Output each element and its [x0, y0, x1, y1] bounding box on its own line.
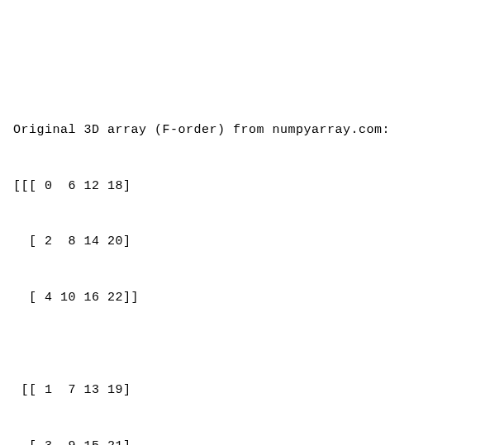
array-line: [[ 1 7 13 19] [13, 381, 491, 400]
array-line: [[[ 0 6 12 18] [13, 178, 491, 196]
array-line: [ 4 10 16 22]] [13, 289, 491, 308]
section-heading: Original 3D array (F-order) from numpyar… [13, 121, 491, 140]
array-line: [ 3 9 15 21] [13, 438, 491, 446]
console-output: Original 3D array (F-order) from numpyar… [13, 84, 491, 445]
array-line: [ 2 8 14 20] [13, 233, 491, 252]
